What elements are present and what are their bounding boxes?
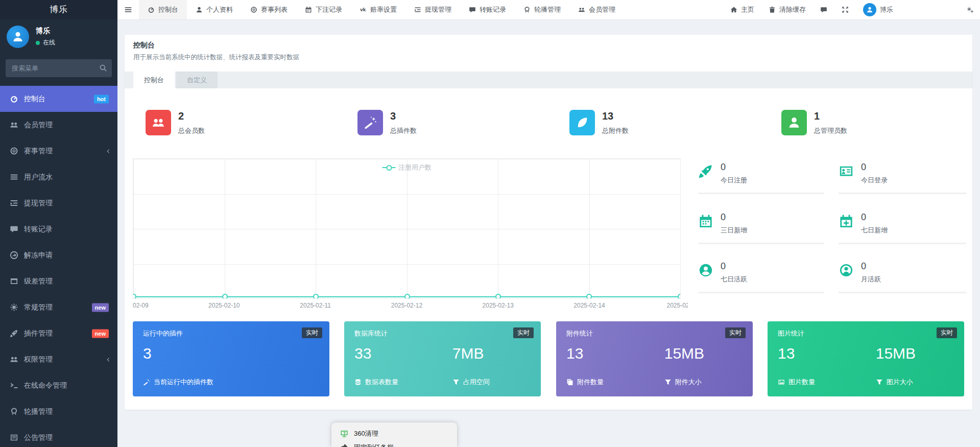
card-title: 运行中的插件 xyxy=(143,329,183,338)
chevron-left-icon xyxy=(105,148,111,154)
chart-point xyxy=(495,294,501,299)
nav-tab-profile[interactable]: 个人资料 xyxy=(187,0,242,19)
user-status-label: 在线 xyxy=(43,38,55,47)
chart-x-axis: 02-09 2025-02-10 2025-02-11 2025-02-12 2… xyxy=(133,302,688,310)
sidebar-item-carousel[interactable]: 轮播管理 xyxy=(0,398,117,425)
stat-value: 3 xyxy=(390,110,417,122)
stat-value: 2 xyxy=(178,110,205,122)
sidebar-item-label: 赛事管理 xyxy=(24,147,53,156)
quick-stat-today-login: 0 今日登录 xyxy=(839,162,966,194)
card-running-addons: 运行中的插件 实时 3 当前运行中的插件数 xyxy=(133,321,329,396)
sidebar-item-general[interactable]: 常规管理 new xyxy=(0,294,117,320)
quick-stat-label: 今日登录 xyxy=(861,176,888,185)
sidebar-item-label: 常规管理 xyxy=(24,303,53,312)
sidebar-item-label: 公告管理 xyxy=(24,433,53,442)
legend-marker-icon xyxy=(382,165,395,170)
expand-icon xyxy=(842,6,849,13)
sidebar-toggle-button[interactable] xyxy=(117,0,139,19)
admin-icon xyxy=(781,110,807,135)
chart-legend[interactable]: 注册用户数 xyxy=(382,163,432,172)
sidebar-item-level[interactable]: 级差管理 xyxy=(0,268,117,294)
quick-stat-7day-active: 0 七日活跃 xyxy=(698,261,824,293)
brand-title[interactable]: 博乐 xyxy=(0,0,117,19)
quick-stat-value: 0 xyxy=(861,162,866,173)
user-panel: 博乐 在线 xyxy=(0,25,117,56)
sidebar-item-transfer[interactable]: 转账记录 xyxy=(0,216,117,242)
nav-tab-label: 会员管理 xyxy=(589,5,615,14)
quick-stat-label: 月活跃 xyxy=(861,275,881,284)
home-button[interactable]: 主页 xyxy=(723,0,761,19)
context-item-360clean[interactable]: 360清理 xyxy=(331,427,457,440)
x-tick-label: 2025-02-10 xyxy=(208,302,240,309)
card-value-label: 当前运行中的插件数 xyxy=(154,378,213,387)
sidebar-item-auth[interactable]: 权限管理 xyxy=(0,346,117,372)
carousel-icon xyxy=(523,6,531,13)
sidebar-item-label: 用户流水 xyxy=(24,173,53,182)
nav-tab-bet-records[interactable]: 下注记录 xyxy=(296,0,351,19)
profile-icon xyxy=(196,6,203,13)
settings-button[interactable] xyxy=(961,0,980,19)
online-dot-icon xyxy=(36,41,40,45)
database-icon xyxy=(354,379,362,386)
nav-tab-dashboard[interactable]: 控制台 xyxy=(139,0,187,19)
nav-tab-members[interactable]: 会员管理 xyxy=(569,0,624,19)
nav-tab-withdraw[interactable]: 提现管理 xyxy=(405,0,460,19)
clear-cache-button[interactable]: 清除缓存 xyxy=(761,0,813,19)
sidebar-item-notice[interactable]: 公告管理 xyxy=(0,425,117,447)
sidebar-item-members[interactable]: 会员管理 xyxy=(0,112,117,138)
stat-total-addons: 3 总插件数 xyxy=(357,110,541,135)
context-item-label: 360清理 xyxy=(354,429,378,438)
sidebar-item-dashboard[interactable]: 控制台 hot xyxy=(0,86,117,112)
card-value2-label: 占用空间 xyxy=(463,378,490,387)
quick-stat-value: 0 xyxy=(721,261,726,272)
card-value-2: 15MB xyxy=(876,345,916,362)
nav-tab-carousel[interactable]: 轮播管理 xyxy=(515,0,569,19)
stat-label: 总附件数 xyxy=(602,126,629,135)
fullscreen-button[interactable] xyxy=(834,0,856,19)
card-value2-label: 附件大小 xyxy=(675,378,702,387)
sidebar-item-unfreeze[interactable]: 解冻申请 xyxy=(0,242,117,268)
tab-custom[interactable]: 自定义 xyxy=(176,72,218,88)
nav-tab-match-list[interactable]: 赛事列表 xyxy=(242,0,296,19)
sidebar-item-command[interactable]: 在线命令管理 xyxy=(0,372,117,398)
match-icon xyxy=(10,147,18,155)
chart-point xyxy=(222,294,228,299)
stat-value: 1 xyxy=(814,110,847,122)
sidebar-item-matches[interactable]: 赛事管理 xyxy=(0,138,117,164)
message-button[interactable] xyxy=(813,0,834,19)
topnav: 控制台 个人资料 赛事列表 下注记录 赔率设置 提现管理 转账记录 轮播管理 会… xyxy=(117,0,980,20)
page-title: 控制台 xyxy=(133,41,155,50)
quick-stat-underline xyxy=(839,243,966,244)
id-card-icon xyxy=(839,163,854,179)
chevron-left-icon xyxy=(105,357,111,362)
user-menu[interactable]: 博乐 xyxy=(856,0,900,19)
x-tick-label: 02-09 xyxy=(133,302,149,309)
card-value: 33 xyxy=(354,345,371,362)
chart-point xyxy=(404,294,410,299)
user-status: 在线 xyxy=(36,38,55,47)
sidebar-item-user-flow[interactable]: 用户流水 xyxy=(0,164,117,190)
nav-tab-odds[interactable]: 赔率设置 xyxy=(351,0,405,19)
context-item-label: 固定到任务栏 xyxy=(354,443,394,447)
members-icon xyxy=(578,6,585,13)
quick-stat-month-active: 0 月活跃 xyxy=(839,261,966,293)
withdraw-icon xyxy=(414,6,421,13)
tab-dashboard[interactable]: 控制台 xyxy=(133,72,175,88)
card-value2-label: 图片大小 xyxy=(887,378,913,387)
card-footer-2: 附件大小 xyxy=(664,378,702,387)
nav-tab-label: 下注记录 xyxy=(316,5,342,14)
quick-stat-7day-new: 0 七日新增 xyxy=(839,212,966,244)
x-tick-label: 2025-02-12 xyxy=(391,302,422,309)
nav-tab-label: 转账记录 xyxy=(480,5,506,14)
sidebar-item-label: 解冻申请 xyxy=(24,251,53,260)
nav-tab-transfer[interactable]: 转账记录 xyxy=(460,0,515,19)
quick-stat-label: 今日注册 xyxy=(721,176,747,185)
context-item-pin-taskbar[interactable]: 固定到任务栏 xyxy=(331,440,457,447)
page-subtitle: 用于展示当前系统中的统计数据、统计报表及重要实时数据 xyxy=(133,53,299,62)
filter-icon xyxy=(876,379,883,386)
magic-wand-icon xyxy=(357,110,383,135)
sidebar-item-withdraw[interactable]: 提现管理 xyxy=(0,190,117,216)
menu-search-input[interactable] xyxy=(6,59,112,77)
sidebar-item-addons[interactable]: 插件管理 new xyxy=(0,320,117,346)
members-icon xyxy=(10,121,18,129)
